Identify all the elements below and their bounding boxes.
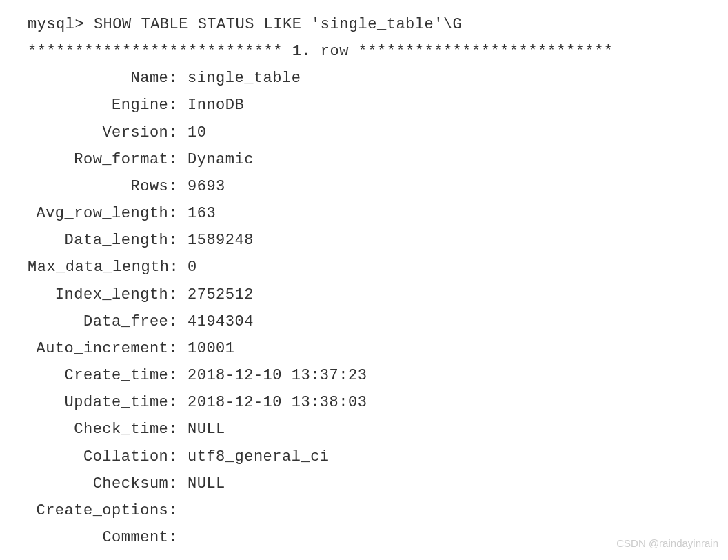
field-label: Name: — [28, 65, 178, 92]
field-label: Comment: — [28, 524, 178, 551]
field-label: Collation: — [28, 443, 178, 470]
field-value: 2018-12-10 13:37:23 — [178, 362, 367, 389]
field-name: Name: single_table — [28, 65, 709, 92]
field-label: Index_length: — [28, 281, 178, 308]
watermark: CSDN @raindayinrain — [616, 534, 718, 553]
field-create-options: Create_options: — [28, 497, 709, 524]
field-value — [178, 524, 188, 551]
field-label: Update_time: — [28, 389, 178, 416]
field-label: Engine: — [28, 92, 178, 119]
field-comment: Comment: — [28, 524, 709, 551]
field-value: 163 — [178, 200, 216, 227]
field-value: 1589248 — [178, 227, 254, 254]
field-label: Rows: — [28, 173, 178, 200]
field-engine: Engine: InnoDB — [28, 92, 709, 119]
field-collation: Collation: utf8_general_ci — [28, 443, 709, 470]
field-label: Checksum: — [28, 470, 178, 497]
field-value: 10001 — [178, 335, 235, 362]
field-label: Create_options: — [28, 497, 178, 524]
field-value: 10 — [178, 119, 206, 146]
field-value: 2018-12-10 13:38:03 — [178, 389, 367, 416]
field-value: NULL — [178, 470, 225, 497]
mysql-command: mysql> SHOW TABLE STATUS LIKE 'single_ta… — [28, 11, 709, 38]
field-value: utf8_general_ci — [178, 443, 330, 470]
field-index-length: Index_length: 2752512 — [28, 281, 709, 308]
field-row-format: Row_format: Dynamic — [28, 146, 709, 173]
field-rows: Rows: 9693 — [28, 173, 709, 200]
field-label: Check_time: — [28, 416, 178, 443]
field-value: NULL — [178, 416, 225, 443]
field-label: Auto_increment: — [28, 335, 178, 362]
field-label: Max_data_length: — [28, 254, 178, 281]
field-value: 0 — [178, 254, 197, 281]
field-update-time: Update_time: 2018-12-10 13:38:03 — [28, 389, 709, 416]
field-value: single_table — [178, 65, 301, 92]
field-avg-row-length: Avg_row_length: 163 — [28, 200, 709, 227]
field-label: Row_format: — [28, 146, 178, 173]
row-divider: *************************** 1. row *****… — [28, 38, 709, 65]
field-auto-increment: Auto_increment: 10001 — [28, 335, 709, 362]
field-value: 4194304 — [178, 308, 254, 335]
field-checksum: Checksum: NULL — [28, 470, 709, 497]
field-create-time: Create_time: 2018-12-10 13:37:23 — [28, 362, 709, 389]
field-version: Version: 10 — [28, 119, 709, 146]
field-data-free: Data_free: 4194304 — [28, 308, 709, 335]
field-value: 9693 — [178, 173, 225, 200]
field-value: InnoDB — [178, 92, 244, 119]
field-label: Version: — [28, 119, 178, 146]
field-data-length: Data_length: 1589248 — [28, 227, 709, 254]
field-label: Data_length: — [28, 227, 178, 254]
field-label: Create_time: — [28, 362, 178, 389]
field-value: Dynamic — [178, 146, 254, 173]
field-max-data-length: Max_data_length: 0 — [28, 254, 709, 281]
field-label: Avg_row_length: — [28, 200, 178, 227]
field-label: Data_free: — [28, 308, 178, 335]
field-value — [178, 497, 188, 524]
field-check-time: Check_time: NULL — [28, 416, 709, 443]
field-value: 2752512 — [178, 281, 254, 308]
